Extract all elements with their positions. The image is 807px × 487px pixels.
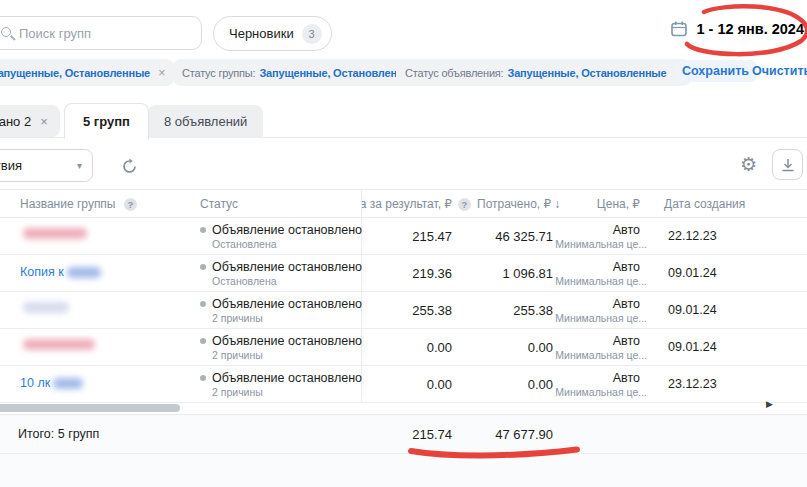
chip-label: Статус группы: [182,67,255,79]
redaction-blur [23,228,87,239]
clear-filters-button[interactable]: Очистить [752,64,807,78]
drafts-label: Черновики [229,26,294,41]
download-icon [780,157,796,173]
cell-created-date: 22.12.23 [668,229,717,243]
status-dot-icon [200,338,206,344]
table-header: Цена за результат, ₽ ? Потрачено, ₽↓ Цен… [0,189,807,218]
tab-ads[interactable]: 8 объявлений [148,105,263,138]
redaction-blur [23,339,95,350]
group-name-link[interactable] [20,302,69,313]
table-row[interactable]: 215.47 46 325.71 Авто Минимальная це... … [0,218,807,255]
cell-price: Авто [520,260,640,274]
selected-counter-label: Выбрано 2 [0,114,31,129]
selected-counter-chip[interactable]: Выбрано 2 × [0,105,60,137]
cell-price-sub: Минимальная це... [520,312,647,324]
status-dot-icon [200,301,206,307]
actions-dropdown[interactable]: Действия ▾ [0,149,93,182]
chip-value: Запущенные, Остановленные [0,67,150,79]
scroll-right-icon[interactable]: ▶ [766,399,773,409]
cell-price-sub: Минимальная це... [520,238,647,250]
totals-row: Итого: 5 групп 215.74 47 677.90 [0,415,807,454]
chip-value: Запущенные, Остановленные [259,67,418,79]
cell-price: Авто [520,297,640,311]
cell-price-sub: Минимальная це... [520,386,647,398]
actions-label: Действия [0,158,22,173]
tab-ads-label: 8 объявлений [164,114,247,129]
row-sticky-cells: 10 лк Объявление остановлено 2 причины [0,366,362,402]
close-icon[interactable]: × [158,65,165,80]
question-icon[interactable]: ? [124,198,137,211]
group-name-link[interactable]: Копия к [20,265,101,279]
substatus-text: 2 причины [212,349,263,361]
cell-price: Авто [520,223,640,237]
filter-chip-ad-status[interactable]: Статус объявления: Запущенные, Остановле… [396,59,691,86]
table-row[interactable]: 0.00 0.00 Авто Минимальная це... 23.12.2… [0,366,807,403]
table-header-sticky: Название группы ? Статус [0,190,362,217]
status-text: Объявление остановлено [200,371,362,385]
cell-created-date: 09.01.24 [668,266,717,280]
row-sticky-cells: Объявление остановлено 2 причины [0,292,362,328]
export-button[interactable] [772,149,803,180]
status-text: Объявление остановлено [200,223,362,237]
save-filters-button[interactable]: Сохранить [674,60,757,82]
tab-groups-label: 5 групп [83,114,130,129]
chip-label: Статус объявления: [405,67,503,79]
settings-button[interactable]: ⚙ [733,149,764,180]
status-dot-icon [200,227,206,233]
column-header-price[interactable]: Цена, ₽ [540,197,640,211]
row-sticky-cells: Объявление остановлено 2 причины [0,329,362,365]
search-input[interactable] [19,26,169,41]
group-name-link[interactable] [20,228,87,239]
status-dot-icon [200,375,206,381]
substatus-text: Остановлена [212,275,277,287]
status-dot-icon [200,264,206,270]
status-text: Объявление остановлено [200,297,362,311]
cell-price-sub: Минимальная це... [520,275,647,287]
substatus-text: 2 причины [212,386,263,398]
cell-created-date: 23.12.23 [668,377,717,391]
gear-icon: ⚙ [740,153,757,176]
date-range-text: 1 - 12 янв. 2024 [696,21,804,37]
substatus-text: Остановлена [212,238,277,250]
column-header-group-name[interactable]: Название группы [20,197,116,211]
column-header-status[interactable]: Статус [200,197,238,211]
status-text: Объявление остановлено [200,260,362,274]
chevron-down-icon: ▾ [77,160,82,171]
row-sticky-cells: Объявление остановлено Остановлена [0,218,362,254]
close-icon[interactable]: × [40,114,48,129]
redaction-blur [53,378,83,389]
calendar-icon [670,20,688,38]
row-sticky-cells: Копия к Объявление остановлено Остановле… [0,255,362,291]
table-row[interactable]: 219.36 1 096.81 Авто Минимальная це... 0… [0,255,807,292]
drafts-button[interactable]: Черновики 3 [213,16,332,51]
refresh-icon [121,158,138,175]
totals-label: Итого: 5 групп [18,427,99,441]
question-icon[interactable]: ? [458,198,471,211]
cell-created-date: 09.01.24 [668,303,717,317]
refresh-button[interactable] [116,153,142,179]
ads-manager-screen: Черновики 3 1 - 12 янв. 2024 Запущенные,… [0,0,807,487]
totals-spent: 47 677.90 [363,427,553,442]
cell-price-sub: Минимальная це... [520,349,647,361]
cell-created-date: 09.01.24 [668,340,717,354]
horizontal-scrollbar[interactable] [0,404,180,412]
tab-groups[interactable]: 5 групп [64,103,149,139]
cell-price: Авто [520,334,640,348]
table-row[interactable]: 255.38 255.38 Авто Минимальная це... 09.… [0,292,807,329]
table-row[interactable]: 0.00 0.00 Авто Минимальная це... 09.01.2… [0,329,807,366]
table-footer: Итого: 5 групп 215.74 47 677.90 [0,414,807,487]
chip-value: Запущенные, Остановленные [507,67,666,79]
status-text: Объявление остановлено [200,334,362,348]
drafts-count-badge: 3 [302,24,322,44]
redaction-blur [67,267,101,278]
cell-price: Авто [520,371,640,385]
group-name-link[interactable]: 10 лк [20,376,83,390]
group-name-link[interactable] [20,339,95,350]
group-name-text: 10 лк [20,376,50,390]
filter-chip-campaign-status[interactable]: Запущенные, Остановленные × [0,59,174,86]
group-name-text: Копия к [20,265,64,279]
search-field[interactable] [0,16,202,50]
column-header-created[interactable]: Дата создания [664,197,745,211]
redaction-blur [23,302,69,313]
date-range-picker[interactable]: 1 - 12 янв. 2024 [670,20,804,38]
